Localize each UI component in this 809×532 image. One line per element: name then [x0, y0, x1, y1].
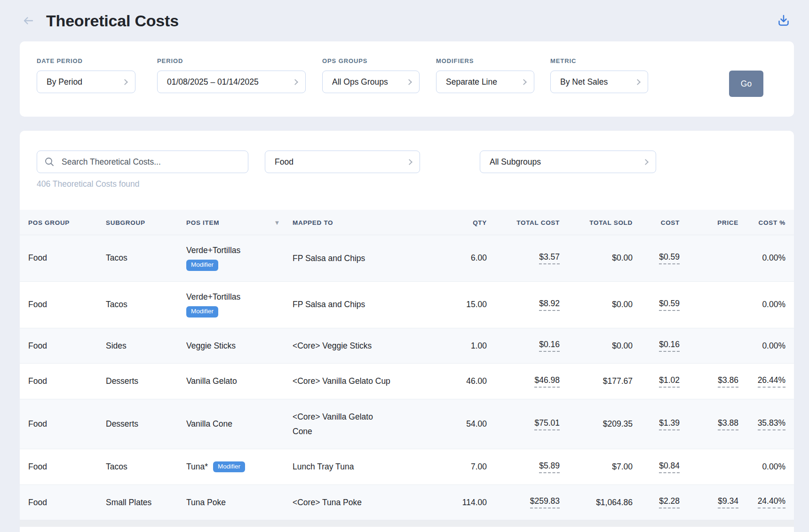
cell-total-cost: $46.98	[487, 364, 560, 399]
value-cost-pct: 0.00%	[762, 341, 785, 351]
cell-pos-group: Food	[20, 235, 106, 282]
cell-pos-item: Tuna Poke	[186, 484, 293, 520]
cell-pos-item: Veggie Sticks	[186, 328, 293, 364]
cell-cost: $1.02	[633, 364, 680, 399]
pos-item-name: Verde+Tortillas	[186, 292, 240, 302]
cell-mapped-to: <Core> Vanilla Gelato Cone	[293, 399, 416, 449]
cell-mapped-to: Lunch Tray Tuna	[293, 449, 416, 485]
results-count: 406 Theoretical Costs found	[37, 179, 794, 189]
results-card: Food All Subgroups 406 Theoretical Costs…	[20, 131, 794, 532]
cell-price	[680, 281, 738, 328]
value-cost[interactable]: $0.16	[659, 340, 680, 352]
cell-price	[680, 449, 738, 485]
cell-cost-pct: 0.00%	[738, 235, 794, 282]
table-row: Food Tacos Verde+Tortillas Modifier FP S…	[20, 235, 794, 282]
search-input[interactable]	[37, 151, 248, 173]
table-row: Food Tacos Verde+Tortillas Modifier FP S…	[20, 281, 794, 328]
value-price[interactable]: $9.34	[718, 496, 738, 508]
select-value: 01/08/2025 – 01/14/2025	[167, 77, 259, 87]
column-header-mapped-to[interactable]: MAPPED TO	[293, 210, 416, 235]
column-header-pos-item[interactable]: POS ITEM ▼	[186, 210, 293, 235]
value-cost[interactable]: $0.59	[659, 299, 680, 311]
column-header-qty[interactable]: QTY	[416, 210, 487, 235]
column-header-total-sold[interactable]: TOTAL SOLD	[560, 210, 633, 235]
value-cost[interactable]: $1.39	[659, 418, 680, 430]
cell-cost: $0.59	[633, 235, 680, 282]
value-cost[interactable]: $0.59	[659, 252, 680, 264]
value-cost[interactable]: $2.28	[659, 496, 680, 508]
cell-price	[680, 235, 738, 282]
value-cost[interactable]: $1.02	[659, 375, 680, 388]
value-price[interactable]: $3.88	[718, 418, 738, 430]
column-header-subgroup[interactable]: SUBGROUP	[106, 210, 186, 235]
pos-item-name: Tuna*	[186, 462, 208, 472]
column-header-price[interactable]: PRICE	[680, 210, 738, 235]
subgroup-filter-select[interactable]: All Subgroups	[480, 151, 656, 173]
cell-cost: $0.59	[633, 281, 680, 328]
value-cost-pct[interactable]: 26.44%	[758, 375, 785, 388]
filter-group-metric: METRIC By Net Sales	[550, 57, 648, 93]
go-button[interactable]: Go	[729, 71, 763, 97]
value-total-cost[interactable]: $46.98	[534, 375, 560, 388]
ops-groups-select[interactable]: All Ops Groups	[322, 71, 420, 93]
cell-qty: 54.00	[416, 399, 487, 449]
value-cost-pct[interactable]: 35.83%	[758, 418, 785, 430]
cell-subgroup: Desserts	[106, 399, 186, 449]
cell-subgroup: Tacos	[106, 281, 186, 328]
filter-label: PERIOD	[157, 57, 306, 64]
modifiers-select[interactable]: Separate Line	[436, 71, 534, 93]
table-row: Food Desserts Vanilla Gelato <Core> Vani…	[20, 364, 794, 399]
column-header-pos-group[interactable]: POS GROUP	[20, 210, 106, 235]
partial-next-row	[20, 520, 794, 527]
value-cost-pct[interactable]: 24.40%	[758, 496, 785, 508]
cell-price: $9.34	[680, 484, 738, 520]
chevron-right-icon	[406, 79, 412, 85]
back-button[interactable]	[20, 12, 37, 29]
value-total-cost[interactable]: $75.01	[534, 418, 560, 430]
column-header-label: POS ITEM	[186, 219, 219, 226]
cell-cost: $0.84	[633, 449, 680, 485]
select-value: All Ops Groups	[332, 77, 388, 87]
value-total-cost[interactable]: $259.83	[530, 496, 560, 508]
cell-pos-group: Food	[20, 281, 106, 328]
cell-pos-group: Food	[20, 364, 106, 399]
pos-item-name: Vanilla Cone	[186, 419, 232, 429]
table-row: Food Sides Veggie Sticks <Core> Veggie S…	[20, 328, 794, 364]
sort-desc-icon[interactable]: ▼	[274, 219, 280, 226]
value-total-cost[interactable]: $5.89	[539, 461, 560, 473]
table-row: Food Small Plates Tuna Poke <Core> Tuna …	[20, 484, 794, 520]
value-total-cost[interactable]: $0.16	[539, 340, 560, 352]
chevron-right-icon	[642, 159, 649, 165]
cell-mapped-to: <Core> Tuna Poke	[293, 484, 416, 520]
pos-item-name: Tuna Poke	[186, 498, 226, 508]
value-total-cost[interactable]: $8.92	[539, 299, 560, 311]
download-button[interactable]	[776, 13, 792, 29]
period-select[interactable]: 01/08/2025 – 01/14/2025	[157, 71, 306, 93]
metric-select[interactable]: By Net Sales	[550, 71, 648, 93]
column-header-total-cost[interactable]: TOTAL COST	[487, 210, 560, 235]
value-price[interactable]: $3.86	[718, 375, 738, 388]
search-icon	[44, 157, 55, 169]
value-total-cost[interactable]: $3.57	[539, 252, 560, 264]
cell-pos-item: Tuna* Modifier	[186, 449, 293, 485]
pos-item-name: Verde+Tortillas	[186, 246, 240, 255]
filter-group-ops-groups: OPS GROUPS All Ops Groups	[322, 57, 420, 93]
cell-cost: $1.39	[633, 399, 680, 449]
cell-cost-pct: 0.00%	[738, 328, 794, 364]
cell-qty: 1.00	[416, 328, 487, 364]
search-row: Food All Subgroups	[20, 151, 794, 173]
column-header-cost-pct[interactable]: COST %	[738, 210, 794, 235]
cell-total-cost: $3.57	[487, 235, 560, 282]
cell-pos-group: Food	[20, 484, 106, 520]
group-filter-select[interactable]: Food	[265, 151, 420, 173]
select-value: By Net Sales	[560, 77, 608, 87]
select-value: Food	[275, 157, 293, 167]
value-cost[interactable]: $0.84	[659, 461, 680, 473]
column-header-cost[interactable]: COST	[633, 210, 680, 235]
cell-cost-pct: 0.00%	[738, 449, 794, 485]
filter-group-modifiers: MODIFIERS Separate Line	[436, 57, 534, 93]
date-period-select[interactable]: By Period	[37, 71, 135, 93]
chevron-right-icon	[122, 79, 128, 85]
modifier-badge: Modifier	[186, 306, 218, 318]
filter-group-date-period: DATE PERIOD By Period	[37, 57, 135, 93]
